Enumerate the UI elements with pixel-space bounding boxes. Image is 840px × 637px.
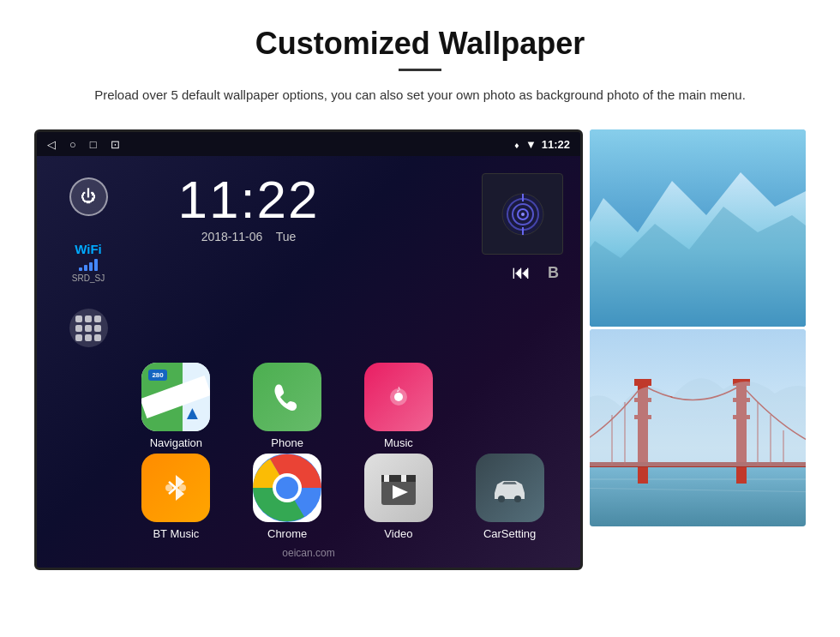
svg-point-24: [514, 496, 521, 502]
svg-point-12: [179, 484, 186, 491]
wifi-bar-1: [79, 267, 82, 271]
app-navigation[interactable]: 280 ▲ Navigation: [123, 363, 230, 449]
svg-rect-19: [393, 475, 398, 482]
recents-icon[interactable]: □: [90, 138, 97, 151]
clock-time: 11:22: [123, 173, 375, 226]
music-label: Music: [384, 436, 413, 449]
watermark: oeican.com: [282, 547, 334, 559]
wifi-bar-3: [89, 262, 93, 271]
clock-section: 11:22 2018-11-06 Tue: [123, 169, 375, 243]
wifi-bars: [72, 259, 105, 271]
page-title: Customized Wallpaper: [34, 26, 806, 62]
apps-grid-icon: [75, 315, 101, 341]
video-icon: [364, 454, 433, 522]
svg-point-11: [165, 484, 172, 491]
svg-rect-29: [590, 466, 806, 526]
chrome-icon: [253, 454, 321, 522]
app-grid: 280 ▲ Navigation Phone: [37, 356, 580, 553]
phone-label: Phone: [271, 436, 303, 449]
wallpaper-panels: [590, 129, 806, 526]
svg-point-4: [521, 213, 525, 216]
svg-rect-33: [634, 379, 651, 386]
phone-icon: [253, 363, 321, 431]
status-right-icons: ⬧ ▼ 11:22: [513, 138, 570, 151]
media-player-box: [482, 173, 563, 255]
app-chrome[interactable]: Chrome: [234, 454, 341, 540]
signal-icon: ▼: [525, 138, 537, 151]
app-btmusic[interactable]: BT Music: [123, 454, 230, 540]
title-divider: [399, 69, 441, 71]
svg-point-23: [498, 496, 505, 502]
nav-direction-icon: ▲: [183, 402, 202, 424]
device-frame: ◁ ○ □ ⊡ ⬧ ▼ 11:22 ⏻: [34, 129, 583, 570]
app-video[interactable]: Video: [345, 454, 453, 540]
music-icon: ♪: [364, 363, 433, 431]
svg-rect-18: [384, 475, 389, 482]
left-sidebar: ⏻ WiFi SRD_SJ: [54, 169, 123, 347]
video-label: Video: [384, 527, 412, 540]
media-section: ⏮ B: [375, 169, 563, 284]
navigation-icon: 280 ▲: [141, 363, 210, 431]
home-icon[interactable]: ○: [69, 138, 76, 151]
status-time: 11:22: [542, 138, 570, 151]
media-controls: ⏮ B: [375, 261, 563, 284]
location-icon: ⬧: [513, 138, 520, 151]
chrome-label: Chrome: [267, 527, 307, 540]
back-icon[interactable]: ◁: [47, 138, 56, 151]
status-left-icons: ◁ ○ □ ⊡: [47, 138, 120, 151]
svg-rect-21: [410, 475, 416, 482]
btmusic-label: BT Music: [153, 527, 199, 540]
content-area: ◁ ○ □ ⊡ ⬧ ▼ 11:22 ⏻: [34, 129, 806, 570]
screen-main: ⏻ WiFi SRD_SJ: [37, 156, 580, 568]
btmusic-icon: [141, 454, 210, 522]
nav-badge: 280: [148, 370, 166, 381]
app-music[interactable]: ♪ Music: [345, 363, 453, 449]
prev-track-button[interactable]: ⏮: [512, 261, 531, 284]
media-art-icon: [501, 193, 544, 236]
camera-icon[interactable]: ⊡: [111, 138, 120, 151]
svg-point-15: [276, 477, 298, 499]
top-section: ⏻ WiFi SRD_SJ: [37, 156, 580, 356]
app-phone[interactable]: Phone: [234, 363, 341, 449]
wifi-ssid: SRD_SJ: [72, 273, 105, 283]
svg-text:♪: ♪: [396, 383, 401, 394]
bridge-wallpaper: [590, 329, 806, 526]
app-carsetting[interactable]: CarSetting: [456, 454, 563, 540]
track-label: B: [548, 264, 559, 282]
wifi-label: WiFi: [72, 242, 105, 256]
apps-button[interactable]: [69, 309, 108, 347]
carsetting-icon: [476, 454, 544, 522]
navigation-label: Navigation: [150, 436, 202, 449]
carsetting-label: CarSetting: [483, 527, 536, 540]
power-button[interactable]: ⏻: [69, 177, 108, 216]
status-bar: ◁ ○ □ ⊡ ⬧ ▼ 11:22: [37, 132, 580, 156]
wifi-widget: WiFi SRD_SJ: [72, 242, 105, 283]
power-icon: ⏻: [81, 188, 96, 206]
clock-date: 2018-11-06 Tue: [123, 230, 375, 243]
glacier-wallpaper: [590, 129, 806, 327]
page-header: Customized Wallpaper Preload over 5 defa…: [34, 26, 806, 105]
svg-rect-20: [401, 475, 406, 482]
page-subtitle: Preload over 5 default wallpaper options…: [86, 85, 754, 105]
wifi-bar-4: [94, 259, 98, 271]
svg-point-9: [394, 393, 403, 401]
wifi-bar-2: [84, 265, 87, 271]
page-wrapper: Customized Wallpaper Preload over 5 defa…: [0, 0, 840, 587]
